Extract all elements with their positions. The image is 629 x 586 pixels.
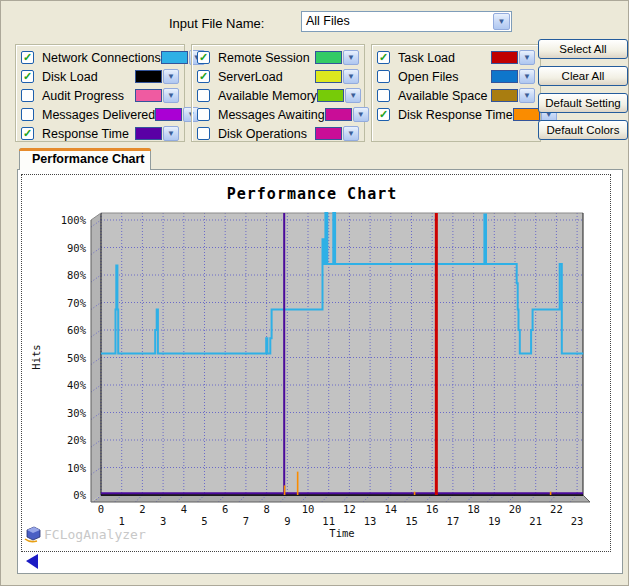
checkbox-task-load[interactable]: ✓ bbox=[377, 51, 390, 64]
input-file-dropdown[interactable]: All Files ▼ bbox=[301, 11, 512, 32]
checkbox-messages-delivered[interactable] bbox=[21, 108, 34, 121]
color-dropdown-audit-progress[interactable]: ▼ bbox=[135, 88, 179, 103]
select-all-button[interactable]: Select All bbox=[538, 39, 628, 59]
series-label: Available Memory bbox=[218, 89, 317, 103]
svg-text:15: 15 bbox=[405, 515, 418, 527]
series-row: Open Files▼ bbox=[372, 67, 540, 86]
svg-text:90%: 90% bbox=[67, 242, 87, 254]
svg-text:14: 14 bbox=[384, 503, 397, 515]
svg-text:40%: 40% bbox=[67, 379, 87, 391]
color-dropdown-disk-load[interactable]: ▼ bbox=[135, 69, 179, 84]
series-group-2: ✓Remote Session▼✓ServerLoad▼Available Me… bbox=[191, 44, 365, 142]
chevron-down-icon[interactable]: ▼ bbox=[163, 88, 179, 103]
svg-text:1: 1 bbox=[119, 515, 125, 527]
svg-text:17: 17 bbox=[447, 515, 460, 527]
svg-text:20%: 20% bbox=[67, 434, 87, 446]
series-group-3: ✓Task Load▼Open Files▼Available Space▼✓D… bbox=[371, 44, 541, 142]
chevron-down-icon[interactable]: ▼ bbox=[493, 13, 510, 30]
color-swatch[interactable] bbox=[135, 70, 162, 83]
default-setting-button[interactable]: Default Setting bbox=[538, 93, 628, 113]
series-label: Messages Awaiting bbox=[218, 108, 325, 122]
chevron-down-icon[interactable]: ▼ bbox=[345, 88, 361, 103]
svg-text:19: 19 bbox=[488, 515, 501, 527]
checkbox-open-files[interactable] bbox=[377, 70, 390, 83]
svg-text:8: 8 bbox=[263, 503, 269, 515]
chevron-down-icon[interactable]: ▼ bbox=[353, 107, 369, 122]
series-row: ✓Task Load▼ bbox=[372, 48, 540, 67]
color-dropdown-available-space[interactable]: ▼ bbox=[491, 88, 535, 103]
color-swatch[interactable] bbox=[491, 89, 518, 102]
watermark: FCLogAnalyzer bbox=[44, 527, 146, 542]
checkbox-remote-session[interactable]: ✓ bbox=[197, 51, 210, 64]
series-row: Messages Delivered▼ bbox=[16, 105, 184, 124]
color-dropdown-remote-session[interactable]: ▼ bbox=[315, 50, 359, 65]
checkbox-disk-load[interactable]: ✓ bbox=[21, 70, 34, 83]
svg-text:70%: 70% bbox=[67, 297, 87, 309]
color-swatch[interactable] bbox=[315, 51, 342, 64]
checkbox-disk-operations[interactable] bbox=[197, 127, 210, 140]
series-row: ✓Disk Load▼ bbox=[16, 67, 184, 86]
series-label: Messages Delivered bbox=[42, 108, 155, 122]
color-dropdown-serverload[interactable]: ▼ bbox=[315, 69, 359, 84]
series-row: Available Memory▼ bbox=[192, 86, 364, 105]
svg-text:0%: 0% bbox=[73, 489, 86, 501]
chevron-down-icon[interactable]: ▼ bbox=[163, 69, 179, 84]
color-swatch[interactable] bbox=[317, 89, 344, 102]
chevron-down-icon[interactable]: ▼ bbox=[519, 69, 535, 84]
color-swatch[interactable] bbox=[135, 127, 162, 140]
color-swatch[interactable] bbox=[155, 108, 182, 121]
color-swatch[interactable] bbox=[315, 70, 342, 83]
checkbox-available-memory[interactable] bbox=[197, 89, 210, 102]
series-label: Open Files bbox=[398, 70, 491, 84]
chevron-down-icon[interactable]: ▼ bbox=[343, 126, 359, 141]
app-window: Input File Name: All Files ▼ ✓Network Co… bbox=[0, 0, 629, 586]
svg-text:7: 7 bbox=[243, 515, 249, 527]
checkbox-messages-awaiting[interactable] bbox=[197, 108, 210, 121]
color-dropdown-disk-operations[interactable]: ▼ bbox=[315, 126, 359, 141]
chevron-down-icon[interactable]: ▼ bbox=[343, 50, 359, 65]
checkbox-serverload[interactable]: ✓ bbox=[197, 70, 210, 83]
checkbox-disk-response-time[interactable]: ✓ bbox=[377, 108, 390, 121]
input-file-value: All Files bbox=[306, 14, 350, 28]
svg-text:6: 6 bbox=[222, 503, 228, 515]
series-label: Task Load bbox=[398, 51, 491, 65]
svg-text:10: 10 bbox=[302, 503, 315, 515]
color-dropdown-response-time[interactable]: ▼ bbox=[135, 126, 179, 141]
svg-text:4: 4 bbox=[181, 503, 187, 515]
svg-text:3: 3 bbox=[160, 515, 166, 527]
svg-text:16: 16 bbox=[426, 503, 439, 515]
default-colors-button[interactable]: Default Colors bbox=[538, 120, 628, 140]
color-swatch[interactable] bbox=[315, 127, 342, 140]
color-swatch[interactable] bbox=[161, 51, 188, 64]
svg-text:20: 20 bbox=[509, 503, 522, 515]
color-swatch[interactable] bbox=[491, 51, 518, 64]
series-row: ✓Response Time▼ bbox=[16, 124, 184, 143]
checkbox-network-connections[interactable]: ✓ bbox=[21, 51, 34, 64]
clear-all-button[interactable]: Clear All bbox=[538, 66, 628, 86]
series-row: ✓Disk Response Time▼ bbox=[372, 105, 540, 124]
color-dropdown-task-load[interactable]: ▼ bbox=[491, 50, 535, 65]
color-swatch[interactable] bbox=[135, 89, 162, 102]
tab-label: Performance Chart bbox=[32, 152, 145, 166]
checkbox-response-time[interactable]: ✓ bbox=[21, 127, 34, 140]
chevron-down-icon[interactable]: ▼ bbox=[343, 69, 359, 84]
input-file-label: Input File Name: bbox=[169, 16, 264, 31]
checkbox-audit-progress[interactable] bbox=[21, 89, 34, 102]
svg-text:30%: 30% bbox=[67, 407, 87, 419]
svg-text:22: 22 bbox=[550, 503, 563, 515]
prev-page-arrow-icon[interactable] bbox=[26, 554, 38, 569]
series-label: Network Connections bbox=[42, 51, 161, 65]
svg-text:10%: 10% bbox=[67, 462, 87, 474]
color-swatch[interactable] bbox=[491, 70, 518, 83]
color-dropdown-available-memory[interactable]: ▼ bbox=[317, 88, 361, 103]
color-dropdown-messages-awaiting[interactable]: ▼ bbox=[325, 107, 369, 122]
chevron-down-icon[interactable]: ▼ bbox=[519, 50, 535, 65]
svg-text:5: 5 bbox=[201, 515, 207, 527]
chevron-down-icon[interactable]: ▼ bbox=[163, 126, 179, 141]
color-swatch[interactable] bbox=[325, 108, 352, 121]
tab-performance-chart[interactable]: Performance Chart bbox=[19, 148, 151, 170]
chevron-down-icon[interactable]: ▼ bbox=[519, 88, 535, 103]
color-dropdown-open-files[interactable]: ▼ bbox=[491, 69, 535, 84]
checkbox-available-space[interactable] bbox=[377, 89, 390, 102]
color-swatch[interactable] bbox=[513, 108, 540, 121]
